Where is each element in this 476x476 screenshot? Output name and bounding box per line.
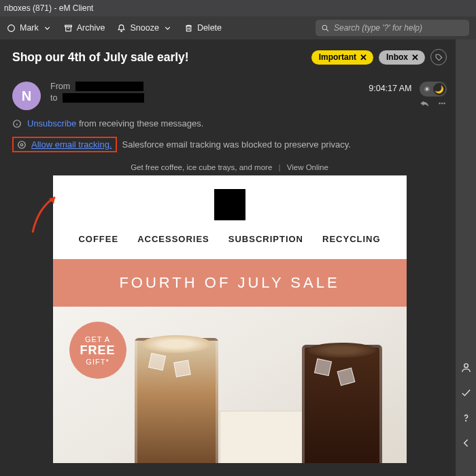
archive-icon (64, 24, 73, 33)
svg-point-4 (121, 31, 122, 32)
snooze-button[interactable]: Snooze (117, 23, 171, 33)
search-placeholder: Search (type '?' for help) (334, 23, 422, 33)
nav-recycling[interactable]: RECYCLING (322, 234, 381, 244)
svg-rect-5 (186, 26, 191, 31)
email-preheader: Get free coffee, ice cube trays, and mor… (131, 163, 272, 171)
tag-important[interactable]: Important✕ (311, 50, 373, 65)
moon-icon: 🌙 (433, 83, 445, 95)
check-icon[interactable] (460, 387, 472, 398)
from-redacted (75, 82, 143, 91)
window-title: nboxes (871) - eM Client (4, 3, 93, 13)
close-icon[interactable]: ✕ (360, 52, 367, 63)
circle-icon (7, 24, 16, 33)
mark-label: Mark (20, 23, 39, 33)
view-online-link[interactable]: View Online (287, 163, 328, 171)
window-titlebar: nboxes (871) - eM Client (0, 0, 476, 16)
theme-toggle[interactable]: ☀ 🌙 (420, 82, 447, 97)
archive-label: Archive (77, 23, 105, 33)
sale-banner: FOURTH OF JULY SALE (53, 259, 407, 307)
snooze-label: Snooze (130, 23, 158, 33)
tag-icon (435, 53, 443, 62)
svg-point-11 (441, 103, 443, 104)
email-preheader-row: Get free coffee, ice cube trays, and mor… (12, 163, 447, 171)
email-nav: COFFEE ACCESSORIES SUBSCRIPTION RECYCLIN… (53, 234, 407, 259)
svg-point-17 (20, 143, 23, 146)
search-icon (321, 24, 330, 33)
allow-tracking-link[interactable]: Allow email tracking. (31, 139, 112, 150)
nav-accessories[interactable]: ACCESSORIES (137, 234, 209, 244)
email-body: COFFEE ACCESSORIES SUBSCRIPTION RECYCLIN… (53, 175, 407, 463)
from-label: From (50, 82, 70, 91)
close-icon[interactable]: ✕ (411, 52, 419, 63)
svg-point-20 (465, 420, 466, 421)
svg-point-10 (439, 103, 441, 104)
side-panel (455, 39, 476, 476)
search-container: Search (type '?' for help) (234, 20, 469, 36)
sun-icon: ☀ (421, 83, 433, 95)
chevron-down-icon (163, 24, 172, 33)
chevron-left-icon[interactable] (460, 437, 472, 449)
toolbar: Mark Archive Snooze Delete Search (type … (0, 16, 476, 39)
chevron-down-icon (43, 24, 52, 33)
message-time: 9:04:17 AM (369, 84, 411, 93)
more-icon[interactable] (437, 99, 447, 107)
delete-label: Delete (197, 23, 222, 33)
brand-logo[interactable] (53, 175, 407, 234)
gift-badge: GET A FREE GIFT* (69, 322, 126, 379)
trash-icon (184, 24, 193, 33)
message-header: N From to 9:04:17 AM ☀ 🌙 (12, 82, 447, 110)
search-input[interactable]: Search (type '?' for help) (316, 20, 469, 36)
reply-icon[interactable] (420, 99, 429, 107)
contact-icon[interactable] (460, 362, 472, 373)
help-icon[interactable] (460, 412, 472, 424)
to-label: to (50, 93, 57, 103)
unsubscribe-link[interactable]: Unsubscribe (27, 118, 76, 129)
privacy-icon (17, 140, 27, 150)
tracking-text: Salesforce email tracking was blocked to… (122, 139, 351, 150)
nav-subscription[interactable]: SUBSCRIPTION (228, 234, 303, 244)
sender-avatar[interactable]: N (12, 82, 41, 110)
to-redacted (63, 93, 144, 103)
svg-rect-2 (65, 27, 71, 31)
tag-inbox[interactable]: Inbox✕ (379, 50, 425, 65)
hero-image: GET A FREE GIFT* (53, 307, 407, 463)
svg-point-12 (444, 103, 445, 104)
bell-icon (117, 24, 126, 33)
svg-point-0 (8, 24, 15, 31)
iced-coffee-cup (135, 338, 218, 463)
svg-line-9 (326, 29, 328, 31)
svg-point-8 (322, 25, 327, 30)
unsubscribe-text: from receiving these messages. (79, 118, 204, 129)
subject-row: Shop our 4th of July sale early! Importa… (12, 49, 447, 65)
tracking-row: Allow email tracking. Salesforce email t… (12, 137, 447, 152)
annotation-highlight: Allow email tracking. (12, 137, 117, 152)
archive-button[interactable]: Archive (64, 23, 105, 33)
cold-brew-cup (302, 345, 382, 463)
tag-add-button[interactable] (430, 49, 447, 65)
delete-button[interactable]: Delete (184, 23, 222, 33)
mark-button[interactable]: Mark (7, 23, 52, 33)
svg-point-16 (18, 141, 26, 148)
unsubscribe-row: Unsubscribe from receiving these message… (12, 118, 447, 129)
message-subject: Shop our 4th of July sale early! (12, 50, 306, 65)
nav-coffee[interactable]: COFFEE (78, 234, 118, 244)
svg-point-19 (464, 364, 468, 368)
info-icon (12, 119, 22, 129)
